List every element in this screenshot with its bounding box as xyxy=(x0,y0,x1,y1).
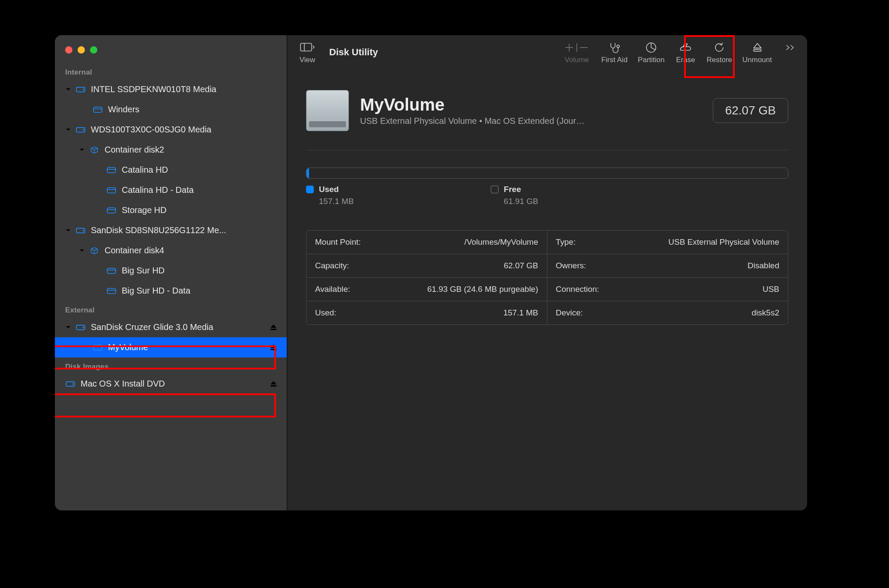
zoom-window-button[interactable] xyxy=(90,46,97,54)
used-label: Used xyxy=(319,185,339,194)
unmount-button[interactable]: Unmount xyxy=(737,37,777,67)
disclosure-chevron-icon[interactable] xyxy=(65,324,71,330)
disclosure-chevron-icon[interactable] xyxy=(79,248,85,254)
sidebar-item[interactable]: Big Sur HD xyxy=(55,261,287,281)
details-key: Connection: xyxy=(556,285,599,294)
sidebar-item[interactable]: Mac OS X Install DVD xyxy=(55,374,287,394)
sidebar-item-label: Big Sur HD xyxy=(122,266,165,276)
minimize-window-button[interactable] xyxy=(78,46,85,54)
volume-icon xyxy=(106,267,117,275)
unmount-label: Unmount xyxy=(742,56,772,64)
eject-icon[interactable] xyxy=(270,324,277,331)
sidebar-item[interactable]: Big Sur HD - Data xyxy=(55,281,287,301)
volume-icon xyxy=(93,106,103,114)
sidebar-item[interactable]: Winders xyxy=(55,99,287,120)
details-row: Owners:Disabled xyxy=(547,254,788,278)
sidebar-item-label: Catalina HD xyxy=(122,165,168,175)
sidebar-item-label: Container disk2 xyxy=(105,145,164,155)
volume-header: MyVolume USB External Physical Volume • … xyxy=(287,69,807,131)
sidebar-item[interactable]: SanDisk SD8SN8U256G1122 Me... xyxy=(55,220,287,240)
usage-bar-used-segment xyxy=(306,168,309,178)
sidebar-section-images: Disk Images xyxy=(55,357,287,374)
hard-disk-icon xyxy=(65,380,75,388)
close-window-button[interactable] xyxy=(65,46,72,54)
chevrons-right-icon xyxy=(786,41,795,54)
sidebar-item[interactable]: Container disk4 xyxy=(55,240,287,261)
disclosure-chevron-icon[interactable] xyxy=(65,228,71,234)
volume-label: Volume xyxy=(565,56,589,64)
details-row: Available:61.93 GB (24.6 MB purgeable) xyxy=(306,278,547,301)
erase-label: Erase xyxy=(676,56,695,64)
sidebar-item-label: SanDisk SD8SN8U256G1122 Me... xyxy=(91,225,226,235)
erase-button[interactable]: Erase xyxy=(670,37,701,67)
disk-utility-window: Internal INTEL SSDPEKNW010T8 MediaWinder… xyxy=(55,35,807,510)
view-label: View xyxy=(300,56,315,64)
sidebar: Internal INTEL SSDPEKNW010T8 MediaWinder… xyxy=(55,35,287,510)
first-aid-label: First Aid xyxy=(601,56,628,64)
sidebar-item-label: INTEL SSDPEKNW010T8 Media xyxy=(91,84,216,94)
restore-label: Restore xyxy=(706,56,732,64)
sidebar-item-label: SanDisk Cruzer Glide 3.0 Media xyxy=(91,322,213,332)
external-disk-icon xyxy=(306,90,349,131)
sidebar-section-internal: Internal xyxy=(55,63,287,79)
disclosure-chevron-icon[interactable] xyxy=(79,147,85,153)
disclosure-chevron-icon[interactable] xyxy=(65,127,71,133)
main-pane: View Disk Utility Volume First Aid xyxy=(287,35,807,510)
volume-icon xyxy=(106,166,117,174)
volume-icon xyxy=(106,287,117,295)
details-value: USB xyxy=(763,285,779,294)
free-swatch-icon xyxy=(491,186,499,193)
erase-icon xyxy=(679,41,693,54)
hard-disk-icon xyxy=(75,126,86,134)
capacity-badge: 62.07 GB xyxy=(713,98,788,123)
sidebar-item-label: Winders xyxy=(108,105,139,114)
sidebar-item[interactable]: INTEL SSDPEKNW010T8 Media xyxy=(55,79,287,99)
partition-button[interactable]: Partition xyxy=(633,37,670,67)
sidebar-item-label: MyVolume xyxy=(108,342,148,352)
volume-icon xyxy=(106,186,117,194)
sidebar-item[interactable]: MyVolume xyxy=(55,337,287,357)
partition-label: Partition xyxy=(638,56,664,64)
svg-rect-5 xyxy=(300,43,312,51)
disclosure-chevron-icon[interactable] xyxy=(65,87,71,93)
toolbar-overflow-button[interactable] xyxy=(781,37,800,67)
details-row: Used:157.1 MB xyxy=(306,301,547,324)
used-value: 157.1 MB xyxy=(319,197,354,206)
details-key: Capacity: xyxy=(315,261,349,270)
used-swatch-icon xyxy=(306,186,314,193)
sidebar-item[interactable]: WDS100T3X0C-00SJG0 Media xyxy=(55,120,287,140)
restore-button[interactable]: Restore xyxy=(701,37,737,67)
stethoscope-icon xyxy=(608,41,620,54)
sidebar-item[interactable]: Catalina HD - Data xyxy=(55,180,287,200)
details-key: Device: xyxy=(556,308,583,318)
eject-icon[interactable] xyxy=(270,380,277,388)
details-value: 62.07 GB xyxy=(504,261,538,270)
sidebar-item[interactable]: Storage HD xyxy=(55,200,287,220)
sidebar-section-external: External xyxy=(55,301,287,317)
usage-legend: Used 157.1 MB Free 61.91 GB xyxy=(306,185,788,206)
details-row: Type:USB External Physical Volume xyxy=(547,231,788,254)
divider xyxy=(306,150,788,150)
eject-icon[interactable] xyxy=(270,344,277,351)
sidebar-item-label: Container disk4 xyxy=(105,246,164,255)
details-key: Available: xyxy=(315,285,350,294)
volume-subtitle: USB External Physical Volume • Mac OS Ex… xyxy=(360,116,703,126)
first-aid-button[interactable]: First Aid xyxy=(596,37,633,67)
plus-minus-icon xyxy=(564,41,589,54)
details-row: Mount Point:/Volumes/MyVolume xyxy=(306,231,547,254)
sidebar-item[interactable]: SanDisk Cruzer Glide 3.0 Media xyxy=(55,317,287,337)
view-menu-button[interactable]: View xyxy=(291,37,323,67)
sidebar-item[interactable]: Container disk2 xyxy=(55,140,287,160)
hard-disk-icon xyxy=(75,86,86,93)
window-controls xyxy=(55,43,287,63)
hard-disk-icon xyxy=(75,227,86,234)
sidebar-item-label: WDS100T3X0C-00SJG0 Media xyxy=(91,125,211,135)
volume-icon xyxy=(106,207,117,214)
sidebar-item[interactable]: Catalina HD xyxy=(55,160,287,180)
volume-icon xyxy=(93,344,103,351)
details-value: USB External Physical Volume xyxy=(668,237,779,247)
pie-icon xyxy=(646,41,657,54)
sidebar-item-label: Big Sur HD - Data xyxy=(122,286,190,296)
details-table: Mount Point:/Volumes/MyVolumeCapacity:62… xyxy=(306,230,788,325)
details-value: 157.1 MB xyxy=(503,308,538,318)
